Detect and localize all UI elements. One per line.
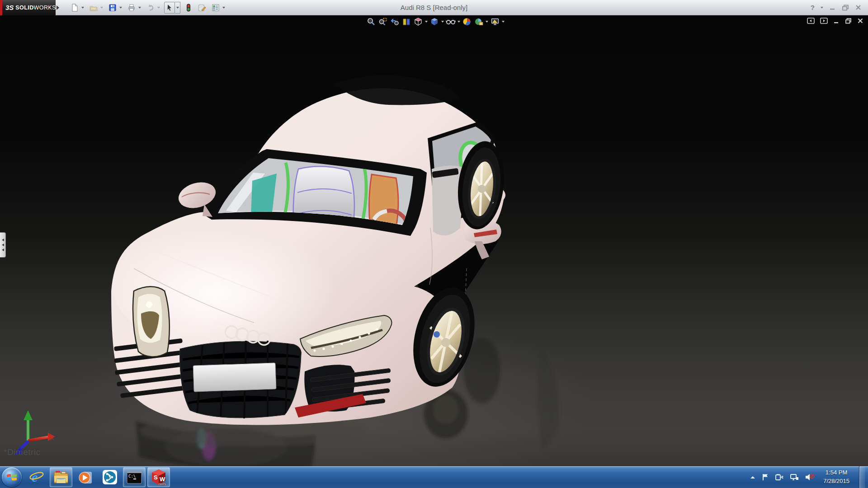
clock[interactable]: 1:54 PM 7/28/2015 xyxy=(823,469,849,486)
minimize-button[interactable] xyxy=(829,4,836,11)
help-dropdown[interactable] xyxy=(821,7,823,9)
show-desktop-button[interactable] xyxy=(859,466,865,488)
display-style-icon xyxy=(430,17,439,26)
section-view-icon xyxy=(402,17,411,26)
taskbar-command-prompt[interactable]: C:\ xyxy=(123,467,146,487)
brand-bold: SOLID xyxy=(15,5,33,11)
show-hidden-icons-button[interactable] xyxy=(750,475,756,479)
show-right-pane-button[interactable] xyxy=(820,18,828,24)
view-orientation-dropdown[interactable] xyxy=(424,21,429,23)
taskbar-windows-explorer[interactable] xyxy=(50,467,72,487)
save-dropdown[interactable] xyxy=(118,2,123,14)
network-icon[interactable] xyxy=(790,473,799,481)
zoom-to-area-icon xyxy=(378,17,387,26)
print-icon xyxy=(127,4,136,12)
doc-minimize-button[interactable] xyxy=(833,18,840,24)
taskbar-internet-explorer[interactable]: e xyxy=(25,467,48,487)
command-prompt-icon: C:\ xyxy=(126,470,142,484)
hide-show-dropdown[interactable] xyxy=(457,21,461,23)
traffic-light-button[interactable] xyxy=(183,2,194,14)
open-dropdown[interactable] xyxy=(99,2,104,14)
app-titlebar: 3S SOLIDWORKS xyxy=(0,0,868,15)
clock-time: 1:54 PM xyxy=(823,469,849,477)
logo-flyout-arrow-icon[interactable] xyxy=(57,5,59,10)
annotation-sheet-icon xyxy=(198,4,206,12)
zoom-to-fit-button[interactable] xyxy=(365,17,377,27)
folder-icon xyxy=(53,469,69,485)
new-document-button[interactable] xyxy=(69,2,80,14)
zoom-to-fit-icon xyxy=(367,17,376,26)
previous-view-button[interactable] xyxy=(389,17,401,27)
apply-scene-dropdown[interactable] xyxy=(485,21,489,23)
view-settings-button[interactable] xyxy=(489,17,501,27)
view-orientation-label: *Dimetric xyxy=(4,447,41,457)
action-center-flag-icon[interactable] xyxy=(762,473,769,481)
show-left-pane-button[interactable] xyxy=(807,18,815,24)
print-dropdown[interactable] xyxy=(137,2,142,14)
taskbar-solidworks[interactable]: S W 2015 xyxy=(147,467,170,487)
previous-view-icon xyxy=(390,17,399,26)
hide-show-items-icon xyxy=(446,17,456,26)
restore-button[interactable] xyxy=(842,4,849,11)
x-axis-label: X xyxy=(50,435,54,441)
heads-up-toolbar xyxy=(365,16,505,27)
undo-button[interactable] xyxy=(145,2,156,14)
license-plate-blank xyxy=(193,363,276,392)
new-document-dropdown[interactable] xyxy=(80,2,85,14)
taskbar-blue-share-app[interactable] xyxy=(99,467,121,487)
doc-restore-button[interactable] xyxy=(845,18,852,24)
close-button[interactable] xyxy=(855,4,862,11)
edit-appearance-button[interactable] xyxy=(461,17,473,27)
options-dropdown[interactable] xyxy=(221,2,226,14)
viewport-3d[interactable]: X *Dimetric xyxy=(0,15,868,466)
select-cursor-button[interactable] xyxy=(164,2,175,14)
apply-scene-button[interactable] xyxy=(473,17,485,27)
cursor-arrow-icon xyxy=(165,4,174,12)
zoom-to-area-button[interactable] xyxy=(377,17,389,27)
power-plug-icon[interactable] xyxy=(775,473,784,481)
help-button[interactable]: ? xyxy=(811,4,815,11)
taskbar-media-player[interactable] xyxy=(74,467,97,487)
solidworks-logo[interactable]: 3S SOLIDWORKS xyxy=(2,0,56,15)
x-axis-shaft xyxy=(28,436,49,442)
new-document-icon xyxy=(71,4,79,12)
solidworks-2015-icon: S W 2015 xyxy=(150,469,167,486)
document-window-controls xyxy=(807,18,863,24)
left-headlight xyxy=(133,286,170,357)
apply-scene-icon xyxy=(474,17,483,26)
options-checklist-icon xyxy=(212,4,220,12)
view-settings-dropdown[interactable] xyxy=(501,21,505,23)
featuremanager-collapsed-tab[interactable] xyxy=(0,232,6,258)
dassault-mark: 3S xyxy=(5,4,14,11)
system-tray: 1:54 PM 7/28/2015 xyxy=(750,466,868,488)
display-style-button[interactable] xyxy=(429,17,440,27)
document-title: Audi R8 S [Read-only] xyxy=(401,0,467,15)
view-orientation-icon xyxy=(414,17,423,26)
brand-light: WORKS xyxy=(34,5,56,11)
save-floppy-icon xyxy=(108,4,117,12)
annotation-sheet-button[interactable] xyxy=(197,2,208,14)
open-document-button[interactable] xyxy=(88,2,99,14)
section-view-button[interactable] xyxy=(401,17,412,27)
start-button[interactable] xyxy=(2,467,22,487)
windows-flag-icon xyxy=(6,472,18,483)
undo-dropdown[interactable] xyxy=(156,2,161,14)
chevron-left-icon xyxy=(2,239,4,241)
svg-text:C:\: C:\ xyxy=(128,474,136,479)
save-button[interactable] xyxy=(107,2,118,14)
taskbar: e xyxy=(0,466,868,488)
car-model-audi-r8[interactable] xyxy=(0,15,868,466)
doc-close-button[interactable] xyxy=(857,18,863,24)
chevron-left-icon xyxy=(2,244,4,246)
options-checklist-button[interactable] xyxy=(210,2,221,14)
print-button[interactable] xyxy=(126,2,137,14)
svg-text:2015: 2015 xyxy=(158,482,166,486)
hide-show-items-button[interactable] xyxy=(445,17,457,27)
internet-explorer-icon: e xyxy=(28,469,45,485)
view-orientation-button[interactable] xyxy=(412,17,424,27)
clock-date: 7/28/2015 xyxy=(823,477,849,486)
select-dropdown[interactable] xyxy=(175,2,180,14)
volume-muted-icon[interactable] xyxy=(805,473,815,481)
display-style-dropdown[interactable] xyxy=(440,21,445,23)
undo-icon xyxy=(146,4,155,12)
